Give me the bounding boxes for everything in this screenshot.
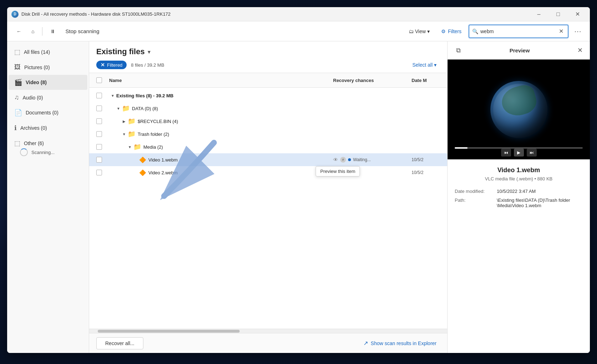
recover-all-button[interactable]: Recover all... [96,337,143,349]
table-row[interactable]: ▼ 📁 Media (2) [89,140,447,153]
table-row[interactable]: ▼ 📁 DATA (D) (8) [89,102,447,115]
table-row[interactable]: ▼ 📁 Trash folder (2) [89,128,447,140]
row-checkbox-video1[interactable] [96,157,102,163]
expand-icon-recycle[interactable]: ▶ [121,119,128,123]
row-name-media: Media (2) [143,144,440,150]
preview-copy-icon[interactable]: ⧉ [453,45,463,55]
select-all-button[interactable]: Select all ▾ [409,60,440,70]
filtered-label: Filtered [107,62,122,68]
back-button[interactable]: ← [13,25,25,38]
filters-button[interactable]: ⚙ Filters [437,26,466,36]
title-bar: D Disk Drill - All recovery methods - Ha… [7,7,590,21]
content-title-row: Existing files ▾ [96,47,440,56]
recovery-hash-icon[interactable]: # [340,157,346,163]
pictures-icon: 🖼 [14,63,21,71]
show-in-explorer-button[interactable]: ↗ Show scan results in Explorer [360,338,440,349]
horizontal-scrollbar[interactable] [89,329,447,333]
search-clear-button[interactable]: ✕ [557,27,565,35]
table-row[interactable]: 🔶 Video 1.webm 👁 # Waiting... 10/5/2 Pre… [89,153,447,166]
maximize-button[interactable]: □ [550,9,566,20]
table-row[interactable]: ▼ Existing files (8) - 39.2 MB [89,89,447,102]
row-name-recycle: $RECYCLE.BIN (4) [138,119,440,124]
home-button[interactable]: ⌂ [28,25,38,38]
sidebar-item-pictures[interactable]: 🖼 Pictures (0) [9,60,87,75]
vlc-file-icon-video2: 🔶 [139,169,146,176]
video-forward-button[interactable]: ⏭ [527,149,537,157]
preview-path-label: Path: [455,198,494,208]
content-title-dropdown-icon[interactable]: ▾ [148,48,150,55]
row-checkbox-trash[interactable] [96,131,102,137]
folder-icon: 📁 [122,104,130,112]
scanning-label: Scanning... [31,150,55,155]
expand-icon-trash[interactable]: ▼ [121,132,128,136]
sidebar-item-label-archives: Archives (0) [20,125,47,131]
app-icon: D [11,11,19,18]
video-rewind-button[interactable]: ⏮ [501,149,511,157]
expand-icon-data[interactable]: ▼ [115,107,122,111]
row-recovery-video1: 👁 # Waiting... [333,157,412,163]
sidebar-item-video[interactable]: 🎬 Video (8) [9,75,87,90]
table-body: ▼ Existing files (8) - 39.2 MB ▼ 📁 DATA … [89,88,447,329]
view-chevron-icon: ▾ [427,29,430,34]
sidebar-item-documents[interactable]: 📄 Documents (0) [9,105,87,120]
app-window: D Disk Drill - All recovery methods - Ha… [7,7,590,353]
preview-filetype: VLC media file (.webm) • 880 KB [455,176,583,181]
expand-icon-root[interactable]: ▼ [109,94,116,98]
header-checkbox-col [96,77,109,83]
more-options-button[interactable]: ⋯ [571,25,584,38]
show-in-explorer-label: Show scan results in Explorer [371,340,437,346]
row-checkbox-recycle[interactable] [96,118,102,124]
row-name-trash: Trash folder (2) [138,132,440,137]
back-icon: ← [16,29,21,34]
table-row[interactable]: ▶ 📁 $RECYCLE.BIN (4) [89,115,447,128]
close-button[interactable]: ✕ [569,9,586,20]
stop-scanning-button[interactable]: Stop scanning [62,25,103,38]
preview-filename: Video 1.webm [455,166,583,174]
minimize-button[interactable]: – [531,9,547,20]
content-title: Existing files [96,47,145,56]
pause-button[interactable]: ⏸ [47,25,59,38]
table-row[interactable]: 🔶 Video 2.webm Waiting... 10/5/2 [89,166,447,179]
home-icon: ⌂ [31,29,34,34]
view-button[interactable]: 🗂 View ▾ [404,26,434,36]
row-name-video1: Video 1.webm [148,157,333,163]
preview-header: ⧉ Preview ✕ [448,41,590,60]
folder-icon-media: 📁 [133,143,141,151]
sidebar-item-label-documents: Documents (0) [26,110,58,116]
preview-tooltip: Preview this item [316,166,360,176]
sidebar-item-audio[interactable]: ♫ Audio (0) [9,90,87,105]
archives-icon: ℹ [14,124,17,132]
pause-icon: ⏸ [50,29,55,34]
preview-date-modified-row: Date modified: 10/5/2022 3:47 AM [455,189,583,194]
scanning-status: Scanning... [14,144,89,160]
content-area: Existing files ▾ ✕ Filtered 8 files / 39… [89,41,447,353]
show-in-explorer-icon: ↗ [363,340,368,347]
documents-icon: 📄 [14,109,22,117]
video-icon: 🎬 [14,78,22,86]
preview-date-modified-value: 10/5/2022 3:47 AM [497,189,536,194]
expand-icon-media[interactable]: ▼ [126,145,133,149]
sidebar-item-all-files[interactable]: ⬚ All files (14) [9,45,87,60]
waiting-text-video1: Waiting... [353,157,371,162]
scroll-thumb[interactable] [98,330,240,333]
row-checkbox-media[interactable] [96,144,102,150]
header-date-modified: Date M [412,78,440,83]
row-checkbox-data[interactable] [96,106,102,111]
preview-panel: ⧉ Preview ✕ ⏮ ▶ ⏭ Video 1.webm VLC med [447,41,590,353]
preview-close-button[interactable]: ✕ [576,45,584,56]
row-checkbox-video2[interactable] [96,170,102,175]
toolbar-separator [42,27,42,36]
search-input[interactable] [480,29,557,34]
row-date-video1: 10/5/2 [412,157,440,162]
preview-path-value: \Existing files\DATA (D)\Trash folder \M… [497,198,583,208]
filter-tag-remove-icon[interactable]: ✕ [101,62,105,68]
filtered-tag[interactable]: ✕ Filtered [96,61,127,69]
all-files-icon: ⬚ [14,48,20,56]
video-play-button[interactable]: ▶ [514,149,524,157]
preview-eye-icon[interactable]: 👁 [333,157,338,163]
row-checkbox-root[interactable] [96,93,102,98]
row-name-root: Existing files (8) - 39.2 MB [116,93,173,98]
sidebar-item-archives[interactable]: ℹ Archives (0) [9,121,87,135]
select-all-checkbox[interactable] [96,77,102,83]
sidebar-item-label-video: Video (8) [26,80,47,85]
